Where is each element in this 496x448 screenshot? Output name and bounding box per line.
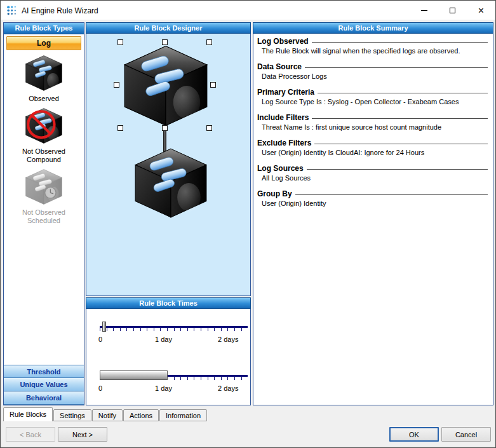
slider-2-label-0: 0 [98, 384, 102, 392]
section-title: Log Observed [257, 37, 309, 46]
selection-handle-bottom-mid[interactable] [162, 125, 168, 131]
section-title: Include Filters [257, 113, 309, 122]
type-item-not-observed-compound[interactable]: Not Observed Compound [4, 107, 84, 164]
cancel-button[interactable]: Cancel [441, 427, 491, 442]
category-button-behavioral[interactable]: Behavioral [4, 391, 84, 405]
close-icon: × [478, 6, 484, 16]
slider-1-label-0: 0 [98, 336, 102, 343]
window-controls: × [410, 1, 495, 20]
window-title: AI Engine Rule Wizard [22, 6, 98, 15]
slider-1-label-2days: 2 days [218, 336, 238, 343]
type-item-label: Not Observed Compound [11, 147, 77, 164]
selection-handle-top-mid[interactable] [162, 39, 168, 45]
section-title: Exclude Filters [257, 139, 311, 147]
minimize-icon [421, 10, 427, 11]
rule-block-summary-header: Rule Block Summary [253, 22, 493, 34]
summary-section-group-by: Group By User (Origin) Identity [257, 189, 488, 207]
next-button[interactable]: Next > [58, 427, 107, 442]
section-title: Group By [257, 189, 292, 198]
observed-cube-icon [24, 55, 64, 92]
type-item-not-observed-scheduled: Not Observed Scheduled [4, 168, 84, 225]
selection-handle-bottom-left[interactable] [117, 125, 123, 131]
selection-handle-bottom-right[interactable] [206, 125, 212, 131]
summary-section-exclude-filters: Exclude Filters User (Origin) Identity I… [257, 139, 488, 156]
app-logo-icon [6, 5, 17, 16]
slider-2-label-2days: 2 days [218, 384, 238, 392]
rule-wizard-window: AI Engine Rule Wizard × Rule Block Types… [0, 0, 496, 448]
summary-section-log-sources: Log Sources All Log Sources [257, 164, 488, 182]
selection-handle-top-left[interactable] [117, 39, 123, 45]
titlebar: AI Engine Rule Wizard × [1, 1, 495, 20]
rule-block-cube-selected[interactable] [119, 44, 212, 128]
rule-block-times-header: Rule Block Times [86, 297, 251, 309]
spacer [4, 225, 84, 365]
section-text: Data Processor Logs [262, 72, 488, 80]
category-button-threshold[interactable]: Threshold [4, 365, 84, 378]
summary-body: Log Observed The Rule Block will signal … [253, 34, 493, 405]
time-slider-1-thumb[interactable] [102, 322, 106, 332]
section-title: Log Sources [257, 164, 304, 173]
slider-2-label-1day: 1 day [155, 384, 172, 392]
tab-rule-blocks[interactable]: Rule Blocks [3, 407, 53, 421]
log-category-button[interactable]: Log [6, 36, 81, 50]
rule-block-designer-header: Rule Block Designer [86, 22, 251, 34]
category-button-unique-values[interactable]: Unique Values [4, 378, 84, 391]
rule-block-types-panel: Rule Block Types Log Observed Not Observ… [3, 22, 84, 405]
tab-actions[interactable]: Actions [123, 409, 159, 421]
rule-block-types-header: Rule Block Types [4, 23, 84, 34]
rule-block-times-area: 0 1 day 2 days 0 1 day 2 days [86, 309, 251, 405]
section-title: Primary Criteria [257, 88, 314, 97]
type-item-label: Not Observed Scheduled [11, 208, 77, 225]
minimize-button[interactable] [410, 1, 438, 20]
time-slider-1-ticks [100, 328, 248, 331]
selection-handle-mid-right[interactable] [210, 82, 216, 88]
not-observed-cube-icon [24, 107, 64, 144]
maximize-icon [450, 8, 455, 13]
type-item-label: Observed [11, 95, 77, 103]
selection-handle-top-right[interactable] [206, 39, 212, 45]
summary-section-primary-criteria: Primary Criteria Log Source Type Is : Sy… [257, 88, 488, 105]
close-button[interactable]: × [467, 1, 495, 20]
section-title: Data Source [257, 62, 302, 71]
tab-notify[interactable]: Notify [92, 409, 123, 421]
section-text: User (Origin) Identity Is CloudAI: Ignor… [262, 149, 488, 156]
type-item-observed[interactable]: Observed [4, 55, 84, 103]
rule-block-summary-panel: Rule Block Summary Log Observed The Rule… [253, 22, 493, 405]
section-text: Threat Name Is : first unique source hos… [262, 123, 488, 131]
section-text: The Rule Block will signal when the spec… [262, 47, 488, 55]
maximize-button[interactable] [438, 1, 467, 20]
summary-section-log-observed: Log Observed The Rule Block will signal … [257, 37, 488, 55]
slider-1-label-1day: 1 day [155, 336, 172, 343]
back-button: < Back [6, 427, 55, 442]
section-text: All Log Sources [262, 174, 488, 182]
summary-section-data-source: Data Source Data Processor Logs [257, 62, 488, 80]
ok-button[interactable]: OK [389, 427, 439, 442]
section-text: User (Origin) Identity [262, 200, 488, 207]
section-text: Log Source Type Is : Syslog - Open Colle… [262, 98, 488, 105]
design-canvas[interactable] [86, 34, 251, 296]
bottom-tabbar: Rule Blocks Settings Notify Actions Info… [3, 407, 208, 421]
selection-handle-mid-left[interactable] [114, 82, 119, 88]
tab-information[interactable]: Information [159, 409, 207, 421]
tab-settings[interactable]: Settings [53, 409, 91, 421]
time-slider-2-range-bar[interactable] [100, 370, 168, 380]
summary-section-include-filters: Include Filters Threat Name Is : first u… [257, 113, 488, 131]
designer-panel: Rule Block Designer Rule Block Times 0 [86, 22, 251, 405]
rule-block-cube-secondary[interactable] [132, 146, 210, 221]
scheduled-cube-clock-icon [24, 168, 64, 205]
